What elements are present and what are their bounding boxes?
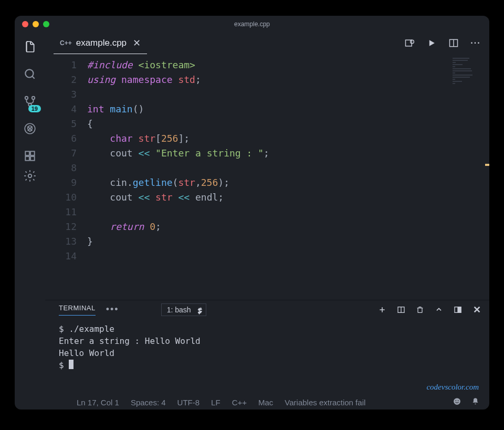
code-line[interactable]: 13} [45,234,489,249]
code-line[interactable]: 7 cout << "Enter a string : "; [45,146,489,161]
svg-point-18 [458,400,459,401]
panel-more-icon[interactable]: ••• [106,304,119,315]
more-actions-icon[interactable]: ··· [470,38,481,48]
close-panel-icon[interactable]: ✕ [472,306,481,314]
line-number: 2 [45,72,87,87]
watermark-text: codevscolor.com [426,383,479,392]
overview-ruler-marker [485,164,489,166]
toggle-panel-icon[interactable] [454,306,462,314]
panel: TERMINAL ••• 1: bash ▴▾ ✕ [45,300,489,395]
line-number: 4 [45,102,87,117]
status-encoding[interactable]: UTF-8 [177,398,200,407]
terminal-selector[interactable]: 1: bash ▴▾ [161,305,206,314]
code-line[interactable]: 9 cin.getline(str,256); [45,175,489,190]
run-icon[interactable] [426,38,437,48]
svg-rect-7 [25,156,29,161]
line-number: 5 [45,117,87,131]
line-number: 13 [45,234,87,249]
code-line[interactable]: 4int main() [45,102,489,117]
window-title: example.cpp [234,20,270,28]
tab-filename: example.cpp [76,38,127,48]
line-number: 12 [45,219,87,234]
line-number: 7 [45,146,87,161]
minimize-window-button[interactable] [33,21,39,27]
tab-example-cpp[interactable]: C++ example.cpp ✕ [54,33,147,54]
code-line[interactable]: 6 char str[256]; [45,131,489,146]
code-line[interactable]: 3 [45,87,489,102]
code-line[interactable]: 14 [45,249,489,264]
line-number: 6 [45,131,87,146]
feedback-smiley-icon[interactable] [453,397,461,407]
debug-icon[interactable] [22,121,38,137]
code-line[interactable]: 10 cout << str << endl; [45,190,489,205]
source-control-icon[interactable]: 19 [22,93,38,109]
svg-point-16 [454,398,460,405]
line-content: cout << "Enter a string : "; [87,146,269,161]
code-line[interactable]: 5{ [45,117,489,131]
titlebar[interactable]: example.cpp [15,16,489,33]
line-content: cin.getline(str,256); [87,175,229,190]
line-content: using namespace std; [87,72,201,87]
line-number: 11 [45,205,87,219]
split-terminal-icon[interactable] [397,306,405,314]
tab-close-icon[interactable]: ✕ [133,37,141,49]
search-icon[interactable] [22,66,38,82]
code-editor[interactable]: 1#include <iostream>2using namespace std… [45,54,489,300]
tab-language-badge: C++ [60,39,72,47]
line-number: 1 [45,58,87,72]
preview-icon[interactable] [404,38,415,48]
svg-point-17 [456,400,457,401]
new-terminal-icon[interactable] [378,306,386,314]
status-message[interactable]: Variables extraction fail [285,398,365,407]
code-line[interactable]: 8 [45,161,489,175]
scm-badge: 19 [28,105,41,112]
terminal-line: $ ./example [59,323,476,335]
panel-tab-terminal[interactable]: TERMINAL [59,304,96,316]
close-window-button[interactable] [22,21,28,27]
svg-point-9 [28,174,32,178]
status-os[interactable]: Mac [258,398,273,407]
terminal-line: Enter a string : Hello World [59,335,476,347]
line-number: 14 [45,249,87,264]
window-controls [22,21,49,27]
status-spaces[interactable]: Spaces: 4 [131,398,166,407]
terminal-line: $ [59,359,476,371]
line-content: int main() [87,102,144,117]
code-line[interactable]: 12 return 0; [45,219,489,234]
split-editor-icon[interactable] [448,38,459,48]
svg-rect-5 [25,151,29,155]
svg-rect-15 [458,307,461,312]
terminal-cursor [69,360,74,369]
kill-terminal-icon[interactable] [416,306,424,314]
line-content: } [87,234,93,249]
code-line[interactable]: 1#include <iostream> [45,58,489,72]
line-number: 3 [45,87,87,102]
svg-point-2 [32,97,35,99]
explorer-icon[interactable] [22,39,38,55]
status-cursor-position[interactable]: Ln 17, Col 1 [77,398,119,407]
svg-point-11 [411,40,414,44]
status-bar: Ln 17, Col 1 Spaces: 4 UTF-8 LF C++ Mac … [15,395,489,410]
status-eol[interactable]: LF [211,398,220,407]
svg-point-0 [25,69,33,77]
terminal-output[interactable]: $ ./exampleEnter a string : Hello WorldH… [45,319,489,395]
line-content: { [87,117,93,131]
status-language[interactable]: C++ [232,398,247,407]
line-content: return 0; [87,219,161,234]
maximize-window-button[interactable] [43,21,49,27]
code-line[interactable]: 2using namespace std; [45,72,489,87]
notifications-bell-icon[interactable] [471,397,480,407]
maximize-panel-icon[interactable] [435,306,443,314]
minimap[interactable] [453,57,486,88]
extensions-icon[interactable] [22,148,38,164]
code-line[interactable]: 11 [45,205,489,219]
line-content: char str[256]; [87,131,190,146]
line-content: cout << str << endl; [87,190,224,205]
line-number: 8 [45,161,87,175]
line-number: 10 [45,190,87,205]
settings-gear-icon[interactable] [22,168,38,184]
editor-tabs: C++ example.cpp ✕ ··· [45,33,489,54]
terminal-line: Hello World [59,347,476,359]
svg-rect-6 [30,151,35,155]
line-number: 9 [45,175,87,190]
